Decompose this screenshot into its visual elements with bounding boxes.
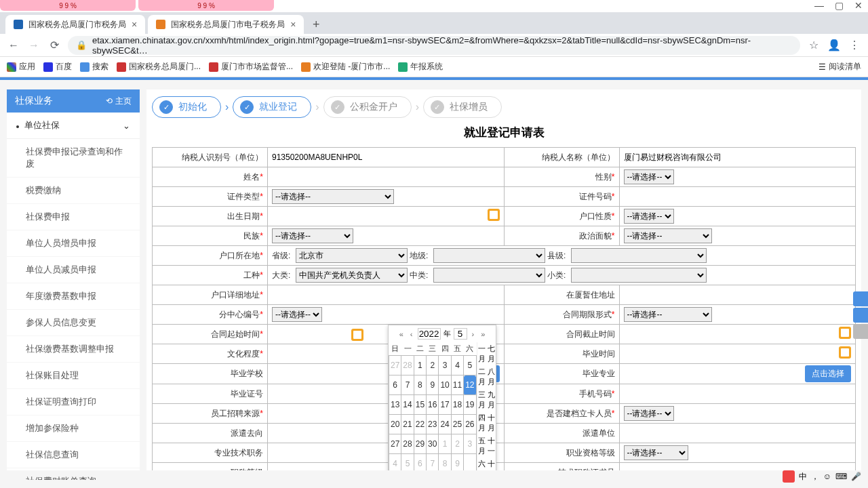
day-cell[interactable]: 28 — [401, 434, 414, 454]
day-cell[interactable]: 5 — [464, 356, 476, 375]
month-cell[interactable]: 五月 — [477, 434, 487, 458]
maximize-icon[interactable]: ▢ — [835, 0, 844, 11]
sidebar-item[interactable]: 年度缴费基数申报 — [7, 283, 140, 310]
nation-select[interactable]: --请选择-- — [272, 228, 353, 243]
name-input[interactable] — [272, 169, 500, 184]
day-cell[interactable]: 23 — [427, 415, 439, 434]
day-cell[interactable]: 20 — [389, 415, 401, 434]
ime-punct[interactable]: ， — [811, 471, 819, 481]
day-cell[interactable]: 21 — [401, 415, 414, 434]
gender-select[interactable]: --请选择-- — [624, 169, 674, 184]
day-cell[interactable]: 17 — [439, 395, 451, 415]
bookmark-login[interactable]: 欢迎登陆 -厦门市市... — [301, 61, 390, 73]
month-cell[interactable]: 四月 — [477, 411, 487, 434]
month-cell[interactable]: 十月 — [486, 411, 496, 434]
sidebar-item[interactable]: 社保费申报 — [7, 204, 140, 230]
month-cell[interactable]: 三月 — [477, 388, 487, 411]
browser-tab-2[interactable]: 国家税务总局厦门市电子税务局 × — [148, 15, 304, 34]
id-no-input[interactable] — [624, 189, 852, 204]
profile-icon[interactable]: 👤 — [827, 39, 841, 52]
prev-month-icon[interactable]: ‹ — [408, 330, 415, 338]
step-add-member[interactable]: ✓社保增员 — [423, 96, 502, 118]
browser-tab-1[interactable]: 国家税务总局厦门市税务局 × — [5, 15, 145, 34]
sidebar-item[interactable]: 参保人员信息变更 — [7, 310, 140, 336]
ime-mic-icon[interactable]: 🎤 — [851, 472, 861, 480]
month-cell[interactable]: 七月 — [486, 342, 496, 365]
month-cell[interactable]: 九月 — [486, 388, 496, 411]
calendar-icon[interactable] — [839, 327, 851, 339]
xiamen-addr-input[interactable] — [624, 287, 852, 302]
day-cell[interactable]: 19 — [464, 395, 476, 415]
next-year-icon[interactable]: » — [479, 330, 487, 338]
day-cell[interactable]: 30 — [427, 434, 439, 454]
day-cell[interactable]: 14 — [401, 395, 414, 415]
day-cell[interactable]: 3 — [439, 356, 451, 375]
home-link[interactable]: ⟲ 主页 — [106, 96, 132, 107]
job-cat-select[interactable]: 中国共产党机关负责人 — [296, 268, 408, 283]
day-cell[interactable]: 27 — [389, 356, 401, 375]
contract-type-select[interactable]: --请选择-- — [624, 307, 712, 322]
cert-no-input[interactable] — [624, 465, 852, 470]
minimize-icon[interactable]: — — [814, 0, 824, 11]
day-cell[interactable]: 11 — [451, 375, 463, 395]
sidebar-item[interactable]: 单位人员增员申报 — [7, 230, 140, 257]
sidebar-item[interactable]: 增加参保险种 — [7, 415, 140, 442]
phone-input[interactable] — [624, 386, 852, 401]
day-cell[interactable]: 27 — [389, 434, 401, 454]
prev-year-icon[interactable]: « — [397, 330, 406, 338]
month-cell[interactable]: 二月 — [477, 365, 487, 388]
day-cell[interactable]: 18 — [451, 395, 463, 415]
day-cell[interactable]: 25 — [451, 415, 463, 434]
day-cell[interactable]: 3 — [464, 434, 476, 454]
bookmark-tax[interactable]: 国家税务总局厦门... — [117, 61, 201, 73]
hukou-select[interactable]: --请选择-- — [624, 209, 674, 224]
sidebar-item[interactable]: 税费缴纳 — [7, 178, 140, 204]
day-cell[interactable]: 16 — [427, 395, 439, 415]
day-cell[interactable]: 13 — [389, 395, 401, 415]
date-picker[interactable]: « ‹ 年 › » 日一二三四五六27281234567891011121314… — [388, 325, 496, 470]
day-cell[interactable]: 2 — [427, 356, 439, 375]
month-cell[interactable]: 八月 — [486, 365, 496, 388]
month-cell[interactable]: 一月 — [477, 342, 487, 365]
url-field[interactable]: 🔒 etax.xiamen.chinatax.gov.cn/xxmh/html/… — [68, 36, 800, 55]
day-cell[interactable]: 10 — [439, 375, 451, 395]
day-cell[interactable]: 2 — [451, 434, 463, 454]
sidebar-item[interactable]: 社保费对账单查询 — [7, 468, 140, 480]
close-window-icon[interactable]: ✕ — [854, 0, 863, 11]
day-cell[interactable]: 26 — [464, 415, 476, 434]
politics-select[interactable]: --请选择-- — [624, 228, 712, 243]
month-input[interactable] — [454, 328, 467, 340]
day-cell[interactable]: 29 — [414, 434, 426, 454]
sogou-icon[interactable] — [783, 470, 795, 480]
contract-end-input[interactable] — [624, 327, 837, 342]
calendar-icon[interactable] — [488, 209, 500, 221]
qual-level-select[interactable]: --请选择-- — [624, 445, 688, 460]
step-fund[interactable]: ✓公积金开户 — [323, 96, 412, 118]
reload-icon[interactable]: ⟳ — [47, 39, 61, 52]
sidebar-item[interactable]: 社保信息查询 — [7, 442, 140, 468]
day-cell[interactable]: 1 — [414, 356, 426, 375]
day-cell[interactable]: 8 — [414, 375, 426, 395]
day-cell[interactable]: 15 — [414, 395, 426, 415]
day-cell[interactable]: 22 — [414, 415, 426, 434]
year-input[interactable] — [418, 328, 441, 340]
bookmark-search[interactable]: 搜索 — [80, 61, 108, 73]
card-holder-select[interactable]: --请选择-- — [624, 406, 674, 421]
day-cell[interactable] — [464, 454, 476, 471]
close-tab-icon[interactable]: × — [132, 19, 137, 30]
day-cell[interactable]: 9 — [451, 454, 463, 471]
sidebar-item[interactable]: 社保证明查询打印 — [7, 389, 140, 415]
widget-icon[interactable] — [853, 308, 868, 323]
hukou-addr-input[interactable] — [272, 287, 500, 302]
day-cell[interactable]: 6 — [414, 454, 426, 471]
bookmark-annual[interactable]: 年报系统 — [398, 61, 443, 73]
day-cell[interactable]: 4 — [389, 454, 401, 471]
close-tab-icon[interactable]: × — [290, 19, 296, 30]
star-icon[interactable]: ☆ — [807, 39, 821, 52]
contract-start-input[interactable] — [272, 327, 347, 342]
month-cell[interactable]: 六月 — [477, 458, 487, 470]
sidebar-section[interactable]: 单位社保 ⌄ — [7, 113, 140, 139]
ime-lang[interactable]: 中 — [799, 471, 807, 481]
sidebar-item[interactable]: 社保账目处理 — [7, 363, 140, 389]
reading-list[interactable]: ☰阅读清单 — [818, 61, 861, 73]
